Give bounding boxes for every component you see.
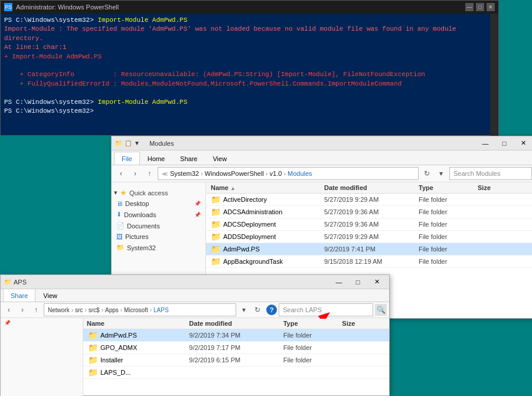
file-name-cell: 📁 AppBackgroundTask (206, 257, 324, 266)
modules-forward-btn[interactable]: › (129, 168, 141, 179)
file-name-cell: 📁 ADCSAdministration (206, 207, 324, 217)
ps-error-qualified: + FullyQualifiedErrorId : Modules_Module… (4, 80, 495, 89)
laps-path[interactable]: Network › src › src$ › Apps › Microsoft … (44, 303, 236, 316)
file-name-cell: 📁 AdmPwd.PS (206, 244, 324, 254)
modules-file-row[interactable]: 📁 AdmPwd.PS 9/2/2019 7:41 PM File folder (206, 243, 532, 256)
sidebar-downloads-label: Downloads (124, 211, 156, 218)
file-date-cell: 5/27/2019 9:29 AM (324, 196, 419, 203)
file-name-cell: 📁 ADDSDeployment (206, 232, 324, 241)
modules-dropdown-btn[interactable]: ▾ (435, 168, 447, 179)
laps-file-name-cell: 📁 GPO_ADMX (83, 343, 189, 352)
sidebar-item-system32[interactable]: 📁 System32 (112, 242, 205, 253)
modules-minimize-btn[interactable]: — (476, 138, 494, 149)
modules-window-controls[interactable]: — □ ✕ (476, 138, 532, 149)
tab-view[interactable]: View (205, 152, 234, 165)
laps-title-icon: 📁 (4, 279, 11, 285)
laps-ribbon: Share View (1, 289, 389, 302)
laps-window-controls[interactable]: — □ ✕ (330, 277, 386, 287)
modules-file-row[interactable]: 📁 AppBackgroundTask 9/15/2018 12:19 AM F… (206, 256, 532, 268)
laps-search-placeholder: Search LAPS (283, 306, 322, 313)
modules-back-btn[interactable]: ‹ (115, 168, 127, 179)
laps-file-row[interactable]: 📁 AdmPwd.PS 9/2/2019 7:34 PM File folder (83, 329, 389, 342)
ps-content: PS C:\Windows\system32> Import-Module Ad… (1, 14, 498, 136)
sidebar-item-documents[interactable]: 📄 Documents (112, 220, 205, 231)
modules-close-btn[interactable]: ✕ (514, 138, 532, 149)
laps-file-name-text: LAPS_D... (100, 369, 130, 376)
laps-help-icon[interactable]: ? (266, 305, 277, 315)
sidebar-item-pictures[interactable]: 🖼 Pictures (112, 231, 205, 242)
folder-icon: 📁 (211, 232, 221, 241)
file-date-cell: 9/2/2019 7:41 PM (324, 246, 419, 253)
path-wps: WindowsPowerShell (205, 170, 264, 177)
tab-home[interactable]: Home (140, 152, 172, 165)
laps-pin-icon: 📌 (4, 320, 11, 326)
laps-minimize-btn[interactable]: — (330, 277, 348, 287)
modules-file-row[interactable]: 📁 ActiveDirectory 5/27/2019 9:29 AM File… (206, 194, 532, 206)
ps-window-controls[interactable]: — □ ✕ (465, 3, 495, 11)
laps-search-btn[interactable]: 🔍 (375, 304, 387, 316)
laps-folder-icon: 📁 (88, 330, 98, 340)
laps-close-btn[interactable]: ✕ (368, 277, 386, 287)
laps-dropdown-btn[interactable]: ▾ (238, 304, 250, 316)
laps-up-btn[interactable]: ↑ (30, 304, 42, 316)
folder-icon: 📁 (211, 257, 221, 266)
laps-back-btn[interactable]: ‹ (3, 304, 15, 316)
modules-refresh-btn[interactable]: ↻ (421, 168, 433, 179)
laps-path-src: src (75, 307, 83, 313)
ps-close-btn[interactable]: ✕ (487, 3, 495, 11)
ps-minimize-btn[interactable]: — (465, 3, 474, 11)
modules-titlebar-icon2: 📋 (125, 140, 132, 146)
sidebar-item-desktop[interactable]: 🖥 Desktop 📌 (112, 198, 205, 209)
modules-title: Modules (149, 140, 474, 147)
laps-col-name-header: Name (83, 320, 189, 327)
laps-sidebar: 📌 (1, 318, 83, 396)
laps-tab-view[interactable]: View (35, 289, 65, 302)
modules-file-row[interactable]: 📁 ADDSDeployment 5/27/2019 9:29 AM File … (206, 231, 532, 243)
ps-maximize-btn[interactable]: □ (476, 3, 484, 11)
modules-path[interactable]: ≪ System32 › WindowsPowerShell › v1.0 › … (158, 167, 419, 180)
laps-search-box[interactable]: Search LAPS (279, 303, 373, 316)
ps-scrollbar[interactable] (490, 14, 498, 136)
col-name-header: Name ▲ (206, 184, 324, 191)
laps-file-row[interactable]: 📁 GPO_ADMX 9/2/2019 7:17 PM File folder (83, 342, 389, 354)
tab-share[interactable]: Share (172, 152, 205, 165)
laps-file-row[interactable]: 📁 LAPS_D... (83, 366, 389, 379)
laps-refresh-btn[interactable]: ↻ (252, 304, 263, 316)
laps-tab-share[interactable]: Share (3, 289, 35, 302)
laps-file-date-cell: 9/2/2019 6:15 PM (189, 356, 283, 364)
quick-access-header[interactable]: ▾ ★ Quick access (112, 186, 205, 198)
sidebar-desktop-label: Desktop (125, 200, 149, 207)
modules-address-bar: ‹ › ↑ ≪ System32 › WindowsPowerShell › v… (112, 165, 532, 182)
laps-title: APS (14, 279, 328, 286)
laps-col-date-header: Date modified (189, 320, 283, 327)
modules-file-row[interactable]: 📁 ADCSAdministration 5/27/2019 9:36 AM F… (206, 206, 532, 218)
modules-titlebar-icon: 📁 (115, 140, 122, 146)
sidebar-documents-label: Documents (127, 222, 160, 230)
file-name-text: AppBackgroundTask (223, 258, 283, 265)
file-name-text: ADDSDeployment (223, 233, 276, 240)
file-date-cell: 9/15/2018 12:19 AM (324, 258, 419, 265)
ps-error-line4: + Import-Module AdmPwd.PS (4, 53, 495, 61)
sidebar-item-downloads[interactable]: ⬇ Downloads 📌 (112, 209, 205, 220)
pin-icon: 📌 (194, 201, 201, 207)
laps-forward-btn[interactable]: › (17, 304, 28, 316)
sidebar-pictures-label: Pictures (125, 233, 149, 240)
tab-file[interactable]: File (114, 152, 140, 165)
laps-file-name-cell: 📁 AdmPwd.PS (83, 330, 189, 340)
modules-titlebar: 📁 📋 ▼ Modules — □ ✕ (112, 136, 532, 150)
file-date-cell: 5/27/2019 9:36 AM (324, 208, 419, 215)
laps-file-name-cell: 📁 LAPS_D... (83, 368, 189, 377)
modules-maximize-btn[interactable]: □ (495, 138, 513, 149)
laps-col-size-header: Size (342, 320, 389, 327)
file-date-cell: 5/27/2019 9:36 AM (324, 221, 419, 228)
laps-maximize-btn[interactable]: □ (349, 277, 367, 287)
modules-search-box[interactable]: Search Modules (449, 167, 532, 180)
ps-error-line2: directory. (4, 34, 495, 43)
modules-file-row[interactable]: 📁 ADCSDeployment 5/27/2019 9:36 AM File … (206, 218, 532, 231)
modules-up-btn[interactable]: ↑ (143, 168, 155, 179)
file-name-text: AdmPwd.PS (223, 246, 260, 253)
col-date-header: Date modified (324, 184, 419, 191)
pin-icon-dl: 📌 (194, 212, 201, 218)
ps-icon: PS (4, 3, 12, 11)
laps-file-row[interactable]: 📁 Installer 9/2/2019 6:15 PM File folder (83, 354, 389, 366)
